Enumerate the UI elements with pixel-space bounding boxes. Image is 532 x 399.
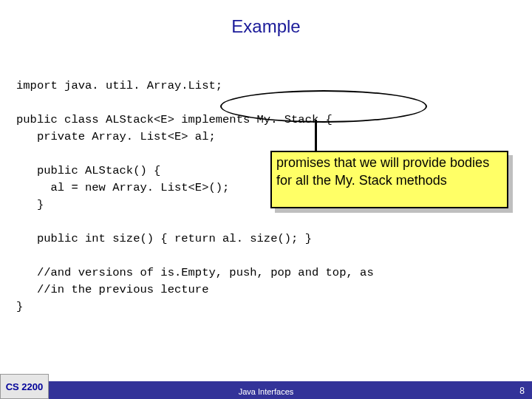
code-line: public ALStack() { — [16, 164, 160, 177]
slide-title: Example — [0, 0, 532, 37]
highlight-circle — [220, 90, 427, 123]
code-line: public int size() { return al. size(); } — [16, 232, 312, 245]
code-line: //in the previous lecture — [16, 283, 208, 296]
code-line: al = new Array. List<E>(); — [16, 181, 229, 194]
code-line: import java. util. Array.List; — [16, 79, 222, 92]
code-line: } — [16, 198, 44, 211]
code-line: private Array. List<E> al; — [16, 130, 216, 143]
callout-box: promises that we will provide bodies for… — [270, 151, 508, 208]
code-line: } — [16, 300, 23, 313]
callout-connector — [315, 120, 317, 154]
footer-title: Java Interfaces — [0, 387, 532, 396]
page-number: 8 — [519, 386, 525, 396]
code-line: //and versions of is.Empty, push, pop an… — [16, 266, 374, 279]
